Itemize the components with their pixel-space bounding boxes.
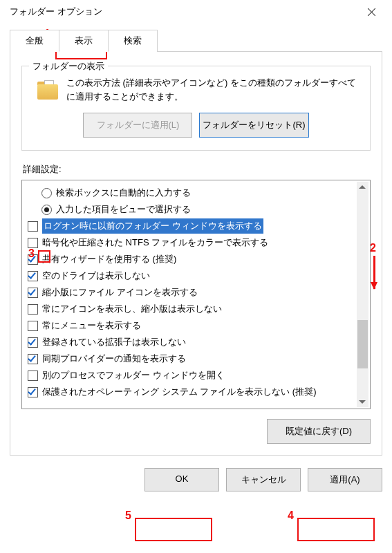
list-item-label: 入力した項目をビューで選択する	[56, 202, 191, 217]
list-item[interactable]: 常にアイコンを表示し、縮小版は表示しない	[28, 301, 364, 317]
reset-folders-button[interactable]: フォルダーをリセット(R)	[199, 113, 308, 138]
scrollbar[interactable]	[357, 182, 368, 407]
radio-icon[interactable]	[41, 188, 52, 198]
radio-icon[interactable]	[41, 205, 52, 215]
tab-strip: 全般 表示 検索	[10, 29, 392, 51]
dialog-button-row: OK キャンセル 適用(A)	[0, 468, 382, 491]
ok-button[interactable]: OK	[144, 468, 219, 491]
list-item-label: 共有ウィザードを使用する (推奨)	[42, 252, 176, 267]
checkbox-icon[interactable]	[28, 221, 38, 232]
cancel-button[interactable]: キャンセル	[226, 468, 301, 491]
tab-general[interactable]: 全般	[10, 30, 59, 52]
list-item-label: 保護されたオペレーティング システム ファイルを表示しない (推奨)	[42, 384, 317, 400]
list-item-label: 検索ボックスに自動的に入力する	[56, 185, 191, 200]
list-item-label: 空のドライブは表示しない	[42, 268, 150, 283]
list-item[interactable]: 常にメニューを表示する	[28, 317, 364, 334]
checkbox-icon[interactable]	[28, 387, 38, 397]
scroll-up-icon[interactable]	[359, 185, 366, 189]
tab-search[interactable]: 検索	[108, 30, 158, 52]
folder-view-groupbox: フォルダーの表示 この表示方法 (詳細表示やアイコンなど) をこの種類のフォルダ…	[21, 66, 371, 151]
scrollbar-thumb[interactable]	[357, 320, 368, 368]
list-item[interactable]: 共有ウィザードを使用する (推奨)	[28, 251, 364, 268]
titlebar: フォルダー オプション	[0, 0, 392, 24]
list-item[interactable]: 同期プロバイダーの通知を表示する	[28, 350, 364, 367]
folder-icon	[36, 76, 61, 101]
close-button[interactable]	[357, 1, 385, 22]
checkbox-icon[interactable]	[28, 321, 38, 331]
list-item-label: 縮小版にファイル アイコンを表示する	[42, 285, 198, 300]
checkbox-icon[interactable]	[28, 371, 38, 381]
list-item[interactable]: 保護されたオペレーティング システム ファイルを表示しない (推奨)	[28, 384, 364, 400]
annotation-5: 5	[125, 509, 131, 522]
advanced-settings-label: 詳細設定:	[23, 163, 371, 176]
list-item-label: 登録されている拡張子は表示しない	[42, 335, 186, 350]
folder-view-description: この表示方法 (詳細表示やアイコンなど) をこの種類のフォルダーすべてに適用する…	[66, 76, 360, 103]
restore-defaults-button[interactable]: 既定値に戻す(D)	[267, 419, 371, 444]
folder-options-dialog: フォルダー オプション 全般 表示 検索 フォルダーの表示 この表示方法 (詳細…	[0, 0, 392, 553]
list-item[interactable]: 検索ボックスに自動的に入力する	[28, 185, 364, 201]
list-item[interactable]: ログオン時に以前のフォルダー ウィンドウを表示する	[28, 218, 364, 234]
scroll-down-icon[interactable]	[359, 400, 366, 404]
list-item-label: 暗号化や圧縮された NTFS ファイルをカラーで表示する	[42, 235, 268, 250]
list-item[interactable]: 別のプロセスでフォルダー ウィンドウを開く	[28, 367, 364, 384]
list-item-label: 常にアイコンを表示し、縮小版は表示しない	[42, 301, 222, 317]
tab-view[interactable]: 表示	[59, 30, 109, 52]
close-icon	[368, 8, 375, 16]
apply-button[interactable]: 適用(A)	[308, 468, 382, 491]
list-item[interactable]: 暗号化や圧縮された NTFS ファイルをカラーで表示する	[28, 234, 364, 251]
checkbox-icon[interactable]	[28, 304, 38, 315]
groupbox-title: フォルダーの表示	[29, 60, 108, 73]
list-item[interactable]: 空のドライブは表示しない	[28, 268, 364, 284]
tab-panel-view: フォルダーの表示 この表示方法 (詳細表示やアイコンなど) をこの種類のフォルダ…	[10, 51, 382, 456]
checkbox-icon[interactable]	[28, 254, 38, 265]
list-item-label: 同期プロバイダーの通知を表示する	[42, 351, 186, 366]
checkbox-icon[interactable]	[28, 288, 38, 298]
annotation-4: 4	[288, 509, 294, 522]
list-item[interactable]: 登録されている拡張子は表示しない	[28, 334, 364, 350]
checkbox-icon[interactable]	[28, 354, 38, 364]
window-title: フォルダー オプション	[10, 6, 102, 18]
checkbox-icon[interactable]	[28, 271, 38, 281]
advanced-settings-listbox[interactable]: 検索ボックスに自動的に入力する入力した項目をビューで選択するログオン時に以前のフ…	[21, 180, 371, 409]
list-item[interactable]: 入力した項目をビューで選択する	[28, 201, 364, 218]
list-item[interactable]: 縮小版にファイル アイコンを表示する	[28, 284, 364, 301]
apply-to-folders-button: フォルダーに適用(L)	[83, 113, 192, 138]
checkbox-icon[interactable]	[28, 238, 38, 248]
list-item-label: 常にメニューを表示する	[42, 318, 141, 333]
list-item-label: 別のプロセスでフォルダー ウィンドウを開く	[42, 368, 225, 383]
checkbox-icon[interactable]	[28, 337, 38, 348]
list-item-label: ログオン時に以前のフォルダー ウィンドウを表示する	[42, 218, 263, 234]
